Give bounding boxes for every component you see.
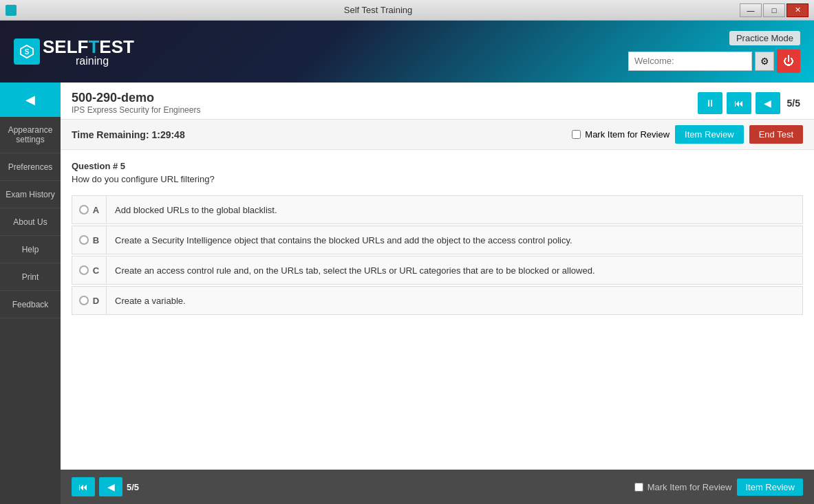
pause-icon: ⏸ xyxy=(705,98,715,109)
timer-text: Time Remaining: 1:29:48 xyxy=(72,129,185,140)
option-row-d[interactable]: D Create a variable. xyxy=(72,286,803,315)
sidebar-item-print[interactable]: Print xyxy=(0,263,61,291)
gear-button[interactable]: ⚙ xyxy=(755,52,774,71)
logo-area: S SELF T EST raining xyxy=(14,36,134,67)
question-counter: 5/5 xyxy=(787,98,800,109)
bottom-prev-icon: ◀ xyxy=(107,481,115,492)
skip-to-first-button[interactable]: ⏮ xyxy=(727,92,751,114)
exam-header: 500-290-demo IPS Express Security for En… xyxy=(61,83,814,120)
sidebar-item-exam-history[interactable]: Exam History xyxy=(0,181,61,208)
power-button[interactable]: ⏻ xyxy=(777,50,800,73)
title-bar-title: Self Test Training xyxy=(17,5,740,15)
question-text: How do you configure URL filtering? xyxy=(72,174,803,184)
timer-actions: Mark Item for Review Item Review End Tes… xyxy=(572,125,803,144)
option-letter-b: B xyxy=(72,226,107,254)
exam-subtitle: IPS Express Security for Engineers xyxy=(72,105,200,115)
end-test-button[interactable]: End Test xyxy=(749,125,803,144)
previous-button[interactable]: ◀ xyxy=(756,92,780,114)
prev-icon: ◀ xyxy=(764,98,771,109)
practice-mode-label: Practice Mode xyxy=(729,31,800,45)
question-id-blurred xyxy=(128,161,168,171)
sidebar-item-appearance[interactable]: Appearance settings xyxy=(0,117,61,153)
mark-review-checkbox[interactable] xyxy=(572,130,581,139)
header: S SELF T EST raining Practice Mode ⚙ xyxy=(0,21,814,83)
skip-first-icon: ⏮ xyxy=(734,98,744,109)
bottom-counter: 5/5 xyxy=(127,482,139,492)
close-button[interactable]: ✕ xyxy=(786,3,808,17)
maximize-button[interactable]: □ xyxy=(763,3,785,17)
body-layout: ◀ Appearance settings Preferences Exam H… xyxy=(0,83,814,504)
sidebar-item-preferences[interactable]: Preferences xyxy=(0,153,61,181)
options-container: A Add blocked URLs to the global blackli… xyxy=(72,195,803,316)
bottom-skip-first-icon: ⏮ xyxy=(78,481,88,492)
sidebar-top-button[interactable]: ◀ xyxy=(0,83,61,117)
bottom-right: Mark Item for Review Item Review xyxy=(634,479,803,496)
bottom-skip-first-button[interactable]: ⏮ xyxy=(72,477,95,496)
power-icon: ⏻ xyxy=(783,55,794,67)
sidebar: ◀ Appearance settings Preferences Exam H… xyxy=(0,83,61,504)
sidebar-item-about-us[interactable]: About Us xyxy=(0,208,61,236)
option-radio-c[interactable] xyxy=(79,265,89,275)
option-letter-c: C xyxy=(72,256,107,284)
option-row-b[interactable]: B Create a Security Intelligence object … xyxy=(72,226,803,254)
title-bar-controls: — □ ✕ xyxy=(740,3,808,17)
logo-icon: S xyxy=(14,39,40,65)
exam-controls: ⏸ ⏮ ◀ 5/5 xyxy=(698,92,803,114)
option-row-a[interactable]: A Add blocked URLs to the global blackli… xyxy=(72,195,803,224)
bottom-mark-review-checkbox[interactable] xyxy=(634,483,643,492)
bottom-bar: ⏮ ◀ 5/5 Mark Item for Review Item Review xyxy=(61,470,814,504)
main-content: 500-290-demo IPS Express Security for En… xyxy=(61,83,814,504)
question-area: Question # 5 How do you configure URL fi… xyxy=(61,150,814,470)
logo-training-text: raining xyxy=(76,55,109,67)
bottom-mark-review-label[interactable]: Mark Item for Review xyxy=(634,482,732,492)
welcome-input[interactable] xyxy=(628,52,752,71)
option-radio-d[interactable] xyxy=(79,296,89,305)
bottom-item-review-button[interactable]: Item Review xyxy=(737,479,803,496)
bottom-left: ⏮ ◀ 5/5 xyxy=(72,477,139,496)
option-letter-a: A xyxy=(72,196,107,223)
option-text-c: Create an access control rule and, on th… xyxy=(107,260,802,281)
sidebar-item-feedback[interactable]: Feedback xyxy=(0,291,61,318)
sidebar-top-icon: ◀ xyxy=(25,92,35,107)
question-number: Question # 5 xyxy=(72,161,803,171)
option-radio-a[interactable] xyxy=(79,205,89,215)
option-text-d: Create a variable. xyxy=(107,290,802,311)
option-letter-d: D xyxy=(72,287,107,314)
title-bar-left xyxy=(6,5,17,16)
app-icon xyxy=(6,5,17,16)
option-text-a: Add blocked URLs to the global blacklist… xyxy=(107,199,802,221)
option-text-b: Create a Security Intelligence object th… xyxy=(107,230,802,251)
exam-title: 500-290-demo xyxy=(72,91,200,105)
mark-review-label[interactable]: Mark Item for Review xyxy=(572,129,670,140)
pause-button[interactable]: ⏸ xyxy=(698,92,722,114)
timer-bar: Time Remaining: 1:29:48 Mark Item for Re… xyxy=(61,120,814,150)
minimize-button[interactable]: — xyxy=(740,3,762,17)
option-radio-b[interactable] xyxy=(79,235,89,245)
exam-info: 500-290-demo IPS Express Security for En… xyxy=(72,91,200,115)
app-container: S SELF T EST raining Practice Mode ⚙ xyxy=(0,21,814,504)
title-bar: Self Test Training — □ ✕ xyxy=(0,0,814,21)
gear-icon: ⚙ xyxy=(760,56,769,67)
option-row-c[interactable]: C Create an access control rule and, on … xyxy=(72,256,803,285)
svg-text:S: S xyxy=(25,48,30,56)
sidebar-item-help[interactable]: Help xyxy=(0,236,61,263)
item-review-button[interactable]: Item Review xyxy=(675,125,744,144)
bottom-prev-button[interactable]: ◀ xyxy=(99,477,122,496)
